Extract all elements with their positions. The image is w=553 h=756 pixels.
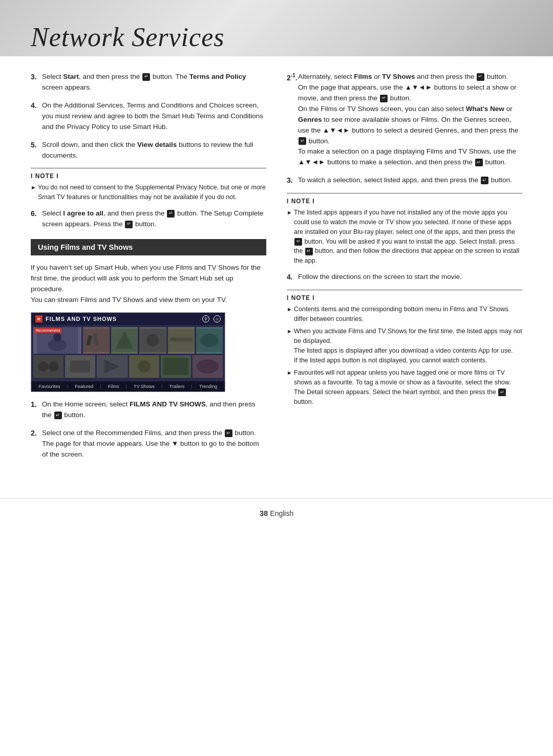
svg-point-26 xyxy=(197,360,219,374)
enter-button-icon-7 xyxy=(380,95,388,102)
enter-button-icon-13 xyxy=(498,388,506,396)
menu-favourites: Favourites xyxy=(39,384,60,389)
thumb-b1 xyxy=(33,355,63,378)
svg-rect-18 xyxy=(70,361,90,373)
thumb-6 xyxy=(196,327,223,354)
left-column: 3. Select Start, and then press the butt… xyxy=(31,72,266,467)
note-3-text-2: When you activate Films and TV Shows for… xyxy=(294,327,522,365)
thumb-b4 xyxy=(129,355,159,378)
note-3-text-3: Favourites will not appear unless you ha… xyxy=(294,368,522,406)
note-2: I NOTE I ► The listed apps appears if yo… xyxy=(287,193,522,266)
menu-trending: Trending xyxy=(199,384,217,389)
section-intro: If you haven't set up Smart Hub, when yo… xyxy=(31,263,266,306)
search-icon: ⚲ xyxy=(202,315,209,322)
screenshot-content: Recommended xyxy=(31,325,225,381)
thumb-b-svg-2 xyxy=(65,355,95,378)
svg-point-15 xyxy=(38,362,49,372)
footer-language-text: English xyxy=(270,509,293,517)
main-content: 3. Select Start, and then press the butt… xyxy=(0,56,553,488)
note-1: I NOTE I ► You do not need to consent to… xyxy=(31,168,266,202)
enter-button-icon-2 xyxy=(167,210,175,218)
menu-tvshows: TV Shows xyxy=(134,384,155,389)
note-bullet-3c: ► xyxy=(287,369,294,406)
screenshot-bar-icons: ⚲ ☺ xyxy=(202,315,221,322)
svg-point-16 xyxy=(49,362,59,372)
enter-button-icon-10 xyxy=(481,177,488,184)
menu-trailers: Trailers xyxy=(169,384,185,389)
note-3-item-1: ► Contents items and the corresponding b… xyxy=(287,305,522,324)
menu-sep-2: | xyxy=(100,384,101,389)
menu-sep-5: | xyxy=(192,384,193,389)
step-4-right-num: 4. xyxy=(287,272,298,283)
note-2-item-1: ► The listed apps appears if you have no… xyxy=(287,208,522,266)
note-1-item-1: ► You do not need to consent to the Supp… xyxy=(31,183,266,202)
enter-button-icon-12 xyxy=(305,248,313,255)
screenshot-box: R FILMS AND TV SHOWS ⚲ ☺ Recommended xyxy=(31,312,225,392)
right-column: 2-1. Alternately, select Films or TV Sho… xyxy=(287,72,522,467)
menu-sep-3: | xyxy=(126,384,127,389)
thumb-b-svg-6 xyxy=(193,355,223,378)
note-2-title: I NOTE I xyxy=(287,198,522,205)
menu-sep-4: | xyxy=(161,384,162,389)
step-5-num: 5. xyxy=(31,140,42,161)
step-6-text: Select I agree to all, and then press th… xyxy=(42,208,266,230)
step-2-1-num: 2-1. xyxy=(287,72,298,168)
enter-button-icon-5 xyxy=(225,429,232,437)
enter-button-icon-6 xyxy=(477,73,484,81)
step-4-num: 4. xyxy=(31,100,42,133)
step-4-right-text: Follow the directions on the screen to s… xyxy=(298,272,522,283)
note-1-text-1: You do not need to consent to the Supple… xyxy=(38,183,266,202)
section-title-text: Using Films and TV Shows xyxy=(38,243,133,251)
note-bullet-3a: ► xyxy=(287,305,294,324)
step-2: 2. Select one of the Recommended Films, … xyxy=(31,428,266,460)
step-1-text: On the Home screen, select FILMS AND TV … xyxy=(42,399,266,421)
step-6: 6. Select I agree to all, and then press… xyxy=(31,208,266,230)
thumb-svg-3 xyxy=(111,327,138,354)
thumb-b-svg-4 xyxy=(129,355,159,378)
step-6-num: 6. xyxy=(31,208,42,230)
page-title: Network Services xyxy=(31,22,224,52)
step-3-right: 3. To watch a selection, select listed a… xyxy=(287,175,522,186)
note-1-title: I NOTE I xyxy=(31,172,266,180)
note-3-title: I NOTE I xyxy=(287,294,522,301)
thumb-row-1: Recommended xyxy=(33,327,223,354)
enter-button-icon-8 xyxy=(299,137,306,145)
step-3-text: Select Start, and then press the button.… xyxy=(42,72,266,93)
svg-point-13 xyxy=(200,334,218,347)
thumb-svg-2 xyxy=(83,327,110,354)
note-3-text-1: Contents items and the corresponding bot… xyxy=(294,305,522,324)
step-5-text: Scroll down, and then click the View det… xyxy=(42,140,266,161)
step-2-num: 2. xyxy=(31,428,42,460)
enter-button-icon-9 xyxy=(475,159,483,166)
step-4-text: On the Additional Services, Terms and Co… xyxy=(42,100,266,133)
step-5: 5. Scroll down, and then click the View … xyxy=(31,140,266,161)
step-2-text: Select one of the Recommended Films, and… xyxy=(42,428,266,460)
thumb-large: Recommended xyxy=(33,327,81,354)
page-header: Network Services xyxy=(0,0,553,56)
thumb-b3 xyxy=(97,355,127,378)
svg-point-2 xyxy=(53,333,61,341)
recommended-badge: Recommended xyxy=(34,328,61,333)
screenshot-bar-title: FILMS AND TV SHOWS xyxy=(46,316,117,322)
note-3-item-3: ► Favourites will not appear unless you … xyxy=(287,368,522,406)
thumb-b6 xyxy=(193,355,223,378)
thumb-svg-6 xyxy=(196,327,223,354)
step-2-1: 2-1. Alternately, select Films or TV Sho… xyxy=(287,72,522,168)
step-2-1-text: Alternately, select Films or TV Shows an… xyxy=(298,72,522,168)
step-3-right-text: To watch a selection, select listed apps… xyxy=(298,175,522,186)
thumb-b-svg-1 xyxy=(33,355,63,378)
thumb-b2 xyxy=(65,355,95,378)
thumb-3 xyxy=(111,327,138,354)
step-3-right-num: 3. xyxy=(287,175,298,186)
screenshot-bar: R FILMS AND TV SHOWS ⚲ ☺ xyxy=(31,313,225,325)
note-3: I NOTE I ► Contents items and the corres… xyxy=(287,290,522,407)
page-wrapper: Network Services 3. Select Start, and th… xyxy=(0,0,553,756)
recommended-icon: R xyxy=(35,315,42,322)
note-2-text-1: The listed apps appears if you have not … xyxy=(294,208,522,266)
note-bullet-3b: ► xyxy=(287,327,294,365)
account-icon: ☺ xyxy=(214,315,221,322)
thumb-svg-5 xyxy=(168,327,195,354)
enter-button-icon-3 xyxy=(125,221,133,228)
thumb-row-2 xyxy=(33,355,223,378)
svg-rect-24 xyxy=(163,358,188,376)
